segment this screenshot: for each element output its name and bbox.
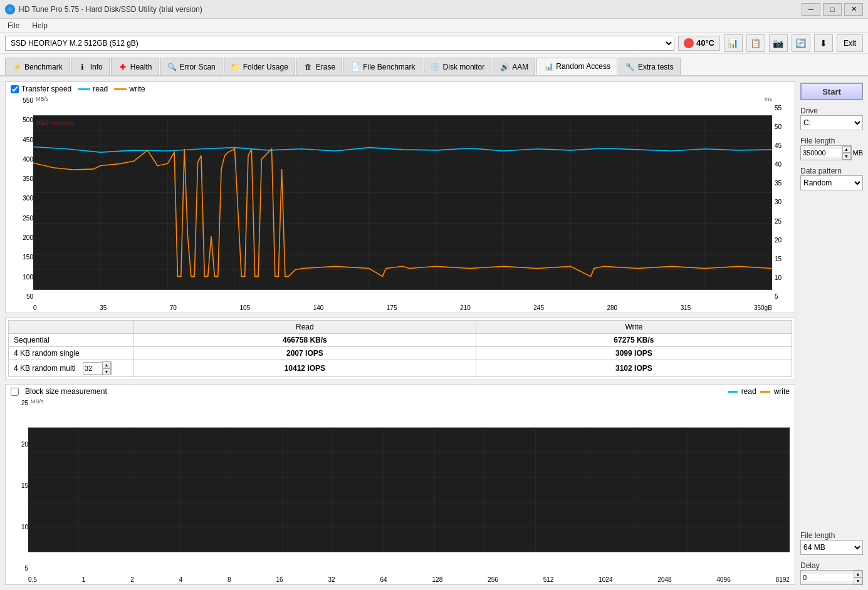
stats-row-sequential: Sequential 466758 KB/s 67275 KB/s	[9, 334, 792, 347]
benchmark-icon: ⚡	[12, 62, 22, 72]
sequential-write: 67275 KB/s	[476, 334, 792, 347]
bottom-x-axis: 0.5 1 2 4 8 16 32 64 128 256 512 1024 20…	[28, 575, 790, 584]
tab-extra-tests[interactable]: 🔧 Extra tests	[619, 58, 681, 75]
svg-rect-23	[28, 428, 790, 552]
file-length-bottom-label: File length	[800, 531, 863, 540]
file-length-unit: MB	[853, 149, 864, 157]
tab-erase[interactable]: 🗑 Erase	[296, 58, 342, 75]
app-icon	[5, 4, 15, 14]
transfer-speed-checkbox[interactable]	[11, 85, 19, 93]
toolbar-btn-1[interactable]: 📊	[724, 34, 743, 52]
random-access-icon: 📊	[543, 61, 553, 71]
left-panel: Transfer speed read write 550 500 450	[5, 81, 795, 585]
stats-col-write: Write	[476, 321, 792, 334]
menu-bar: File Help	[0, 19, 868, 33]
main-content: Transfer speed read write 550 500 450	[0, 76, 868, 590]
random-multi-label: 4 KB random multi ▲ ▼	[9, 360, 134, 377]
file-length-input-wrapper: ▲ ▼	[800, 145, 852, 160]
start-button[interactable]: Start	[800, 83, 863, 100]
close-button[interactable]: ✕	[844, 3, 863, 16]
chart-area-wrapper: 550 500 450 400 350 300 250 200 150 100 …	[6, 96, 795, 313]
stats-table: Read Write Sequential 466758 KB/s 67275 …	[8, 320, 792, 377]
menu-file[interactable]: File	[5, 21, 22, 31]
read-legend-label: read	[93, 85, 108, 93]
file-length-down[interactable]: ▼	[842, 153, 851, 160]
block-size-checkbox[interactable]	[11, 388, 19, 396]
tab-extra-tests-label: Extra tests	[638, 63, 674, 71]
minimize-button[interactable]: ─	[802, 3, 820, 16]
file-benchmark-icon: 📄	[350, 62, 360, 72]
tab-health-label: Health	[130, 63, 152, 71]
menu-help[interactable]: Help	[29, 21, 50, 31]
title-bar-buttons: ─ □ ✕	[802, 3, 863, 16]
bottom-chart-area-wrapper: 25 20 15 10 5 MB/s	[6, 398, 795, 584]
sequential-read: 466758 KB/s	[134, 334, 476, 347]
extra-tests-icon: 🔧	[625, 62, 635, 72]
erase-icon: 🗑	[303, 62, 313, 72]
top-chart-container: Transfer speed read write 550 500 450	[5, 81, 795, 313]
tab-error-scan[interactable]: 🔍 Error Scan	[160, 58, 222, 75]
tab-random-access-label: Random Access	[556, 62, 610, 71]
health-icon: ✚	[118, 62, 128, 72]
tab-aam-label: AAM	[512, 63, 528, 71]
toolbar-btn-2[interactable]: 📋	[746, 34, 765, 52]
temperature-display: 40°C	[678, 36, 720, 51]
block-chart-header: Block size measurement read write	[6, 385, 795, 398]
file-length-bottom-selector[interactable]: 64 MB 128 MB 256 MB	[800, 540, 863, 555]
error-scan-icon: 🔍	[167, 62, 177, 72]
right-panel: Start Drive C: D: E: File length ▲ ▼ MB	[800, 81, 863, 585]
tab-file-benchmark-label: File Benchmark	[363, 63, 415, 71]
nav-tabs: ⚡ Benchmark ℹ Info ✚ Health 🔍 Error Scan…	[0, 54, 868, 76]
random-single-label: 4 KB random single	[9, 347, 134, 360]
disk-selector[interactable]: SSD HEORIADY M.2 512GB (512 gB)	[5, 36, 674, 51]
delay-input-wrapper: ▲ ▼	[800, 570, 863, 585]
exit-button[interactable]: Exit	[837, 34, 863, 52]
random-multi-input[interactable]	[83, 365, 102, 372]
maximize-button[interactable]: □	[823, 3, 842, 16]
toolbar-btn-4[interactable]: 🔄	[792, 34, 810, 52]
file-length-up[interactable]: ▲	[842, 146, 851, 153]
chart-svg: trial version	[33, 102, 772, 303]
x-axis-labels: 0 35 70 105 140 175 210 245 280 315 350g…	[33, 303, 772, 313]
delay-up[interactable]: ▲	[854, 571, 862, 577]
temperature-value: 40°C	[696, 38, 714, 48]
drive-selector[interactable]: C: D: E:	[800, 115, 863, 130]
tab-info-label: Info	[90, 63, 103, 71]
random-multi-write: 3102 IOPS	[476, 360, 792, 377]
file-length-input-group: ▲ ▼ MB	[800, 145, 863, 160]
chart-top-header: Transfer speed read write	[6, 82, 795, 96]
tab-disk-monitor[interactable]: 💿 Disk monitor	[424, 58, 492, 75]
chart-inner: MB/s ms	[33, 96, 772, 313]
tab-benchmark[interactable]: ⚡ Benchmark	[5, 58, 70, 75]
tab-folder-label: Folder Usage	[243, 63, 288, 71]
tab-file-benchmark[interactable]: 📄 File Benchmark	[343, 58, 422, 75]
temperature-icon	[684, 38, 694, 48]
file-length-section: File length ▲ ▼ MB	[800, 134, 863, 160]
tab-health[interactable]: ✚ Health	[111, 58, 159, 75]
tab-aam[interactable]: 🔊 AAM	[493, 58, 535, 75]
sequential-label: Sequential	[9, 334, 134, 347]
data-pattern-label: Data pattern	[800, 167, 863, 175]
y-axis-right: 55 50 45 40 35 30 25 20 15 10 5	[772, 96, 790, 313]
spinner-down[interactable]: ▼	[102, 368, 111, 375]
stats-col-read: Read	[134, 321, 476, 334]
delay-input-group: ▲ ▼	[800, 570, 863, 585]
tab-info[interactable]: ℹ Info	[71, 58, 110, 75]
delay-section: Delay ▲ ▼	[800, 559, 863, 585]
bottom-svg-container	[28, 405, 790, 575]
spinner-up[interactable]: ▲	[102, 361, 111, 368]
tab-random-access[interactable]: 📊 Random Access	[536, 58, 617, 75]
file-length-input[interactable]	[801, 149, 842, 157]
tab-folder-usage[interactable]: 📁 Folder Usage	[224, 58, 295, 75]
y-axis-left: 550 500 450 400 350 300 250 200 150 100 …	[11, 96, 33, 313]
toolbar-btn-3[interactable]: 📷	[769, 34, 788, 52]
block-read-label: read	[741, 387, 756, 396]
write-legend-label: write	[129, 85, 145, 93]
delay-input[interactable]	[801, 574, 854, 581]
data-pattern-selector[interactable]: Random Sequential 0x00 0xFF	[800, 175, 863, 190]
block-size-label: Block size measurement	[25, 387, 107, 396]
bottom-axis-label: MB/s	[28, 398, 790, 405]
bottom-chart-svg	[28, 405, 790, 575]
delay-down[interactable]: ▼	[854, 577, 862, 584]
toolbar-btn-5[interactable]: ⬇	[814, 34, 833, 52]
